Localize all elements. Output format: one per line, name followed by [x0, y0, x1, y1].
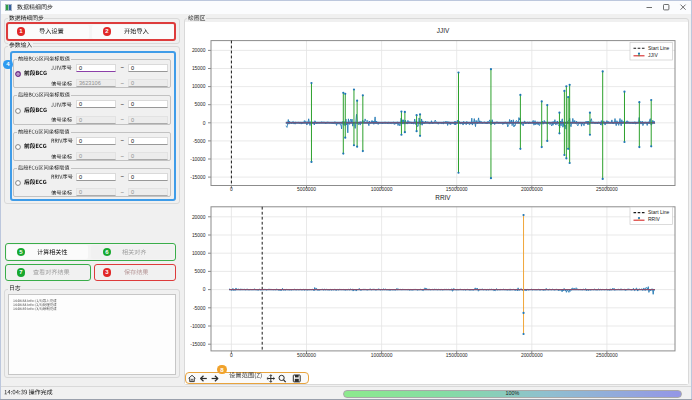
svg-text:RRIV: RRIV: [435, 194, 451, 201]
svg-text:10000000: 10000000: [371, 187, 393, 192]
svg-text:-5000: -5000: [193, 306, 206, 311]
svg-text:5000: 5000: [195, 269, 206, 274]
svg-text:JJIV: JJIV: [648, 52, 658, 58]
svg-text:JJIV: JJIV: [437, 27, 450, 34]
svg-text:0: 0: [230, 353, 233, 358]
svg-text:10000: 10000: [192, 251, 206, 256]
svg-text:-15000: -15000: [190, 342, 206, 347]
svg-text:20000: 20000: [192, 215, 206, 220]
svg-text:0: 0: [203, 287, 206, 292]
svg-text:0: 0: [203, 121, 206, 126]
svg-text:Start Line: Start Line: [648, 209, 670, 215]
svg-text:0: 0: [230, 187, 233, 192]
svg-text:-5000: -5000: [193, 139, 206, 144]
svg-text:25000000: 25000000: [596, 187, 618, 192]
svg-text:20000000: 20000000: [521, 187, 543, 192]
svg-text:5000000: 5000000: [297, 187, 316, 192]
svg-text:Start Line: Start Line: [648, 45, 670, 51]
svg-text:RRIV: RRIV: [648, 216, 661, 222]
svg-text:15000: 15000: [192, 233, 206, 238]
svg-text:20000: 20000: [192, 48, 206, 53]
svg-text:15000000: 15000000: [446, 187, 468, 192]
svg-text:15000: 15000: [192, 66, 206, 71]
svg-text:10000000: 10000000: [371, 353, 393, 358]
svg-text:-10000: -10000: [190, 157, 206, 162]
svg-text:15000000: 15000000: [446, 353, 468, 358]
svg-text:5000: 5000: [195, 102, 206, 107]
svg-text:25000000: 25000000: [596, 353, 618, 358]
svg-text:20000000: 20000000: [521, 353, 543, 358]
svg-text:10000: 10000: [192, 84, 206, 89]
svg-text:-10000: -10000: [190, 324, 206, 329]
svg-text:5000000: 5000000: [297, 353, 316, 358]
svg-text:-15000: -15000: [190, 175, 206, 180]
